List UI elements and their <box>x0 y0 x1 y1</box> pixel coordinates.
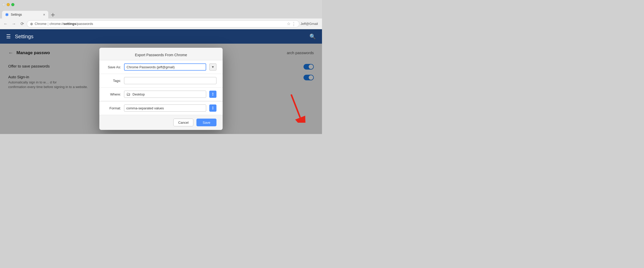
settings-gear-icon <box>5 13 9 16</box>
format-stepper-button[interactable]: ▲ ▼ <box>209 104 216 112</box>
address-field[interactable]: ⊕ Chrome | chrome://settings/passwords ☆… <box>27 20 299 27</box>
settings-page-title: Settings <box>15 34 33 40</box>
tags-input[interactable] <box>124 77 216 84</box>
browser-window: Settings × ← → ⟳ ⊕ Chrome | chrome://set… <box>0 0 322 134</box>
save-as-dropdown-button[interactable]: ▼ <box>209 63 216 71</box>
tab-bar: Settings × <box>0 9 322 18</box>
where-row: Where: 🗂 Desktop ▲ ▼ <box>99 88 223 101</box>
export-dialog: Export Passwords From Chrome Save As: ▼ … <box>99 48 223 130</box>
format-select[interactable]: comma-separated values <box>124 104 206 112</box>
format-label: Format: <box>106 106 121 110</box>
save-button[interactable]: Save <box>196 119 216 126</box>
reload-button[interactable]: ⟳ <box>18 20 26 27</box>
globe-icon: ⊕ <box>30 22 33 26</box>
save-as-label: Save As: <box>106 65 121 69</box>
format-value: comma-separated values <box>126 106 164 110</box>
where-label: Where: <box>106 92 121 96</box>
tab-close-button[interactable]: × <box>43 13 45 16</box>
save-as-row: Save As: ▼ <box>99 60 223 74</box>
maximize-button[interactable] <box>11 3 14 6</box>
address-subpath: /passwords <box>76 22 93 26</box>
address-text: Chrome | chrome://settings/passwords <box>35 22 285 26</box>
where-stepper-button[interactable]: ▲ ▼ <box>209 91 216 98</box>
svg-rect-1 <box>51 15 55 15</box>
address-path: settings <box>63 22 76 26</box>
address-domain: Chrome <box>35 22 46 26</box>
settings-header: ☰ Settings 🔍 <box>0 29 322 44</box>
cancel-button[interactable]: Cancel <box>173 119 193 126</box>
forward-button[interactable]: → <box>10 20 17 27</box>
menu-icon[interactable]: ⋮ <box>291 21 296 27</box>
header-search-icon[interactable]: 🔍 <box>309 33 316 40</box>
address-separator: | <box>48 22 48 26</box>
dialog-body: Save As: ▼ Tags: Where: 🗂 De <box>99 60 223 115</box>
address-actions: ☆ ⋮ <box>287 21 296 27</box>
bookmark-icon[interactable]: ☆ <box>287 21 290 26</box>
address-scheme: chrome:// <box>50 22 63 26</box>
title-bar <box>0 0 322 9</box>
user-label: Jeff@Gmail <box>300 22 318 26</box>
hamburger-icon[interactable]: ☰ <box>6 33 11 40</box>
page-content: ☰ Settings 🔍 ← Manage passwo arch passwo… <box>0 29 322 134</box>
close-button[interactable] <box>2 3 5 6</box>
traffic-lights <box>2 3 14 6</box>
folder-icon: 🗂 <box>126 92 130 97</box>
save-as-input[interactable] <box>124 63 206 71</box>
tab-title: Settings <box>11 13 22 16</box>
address-bar-row: ← → ⟳ ⊕ Chrome | chrome://settings/passw… <box>0 18 322 29</box>
tags-label: Tags: <box>106 79 121 83</box>
where-value: Desktop <box>132 92 145 96</box>
tags-row: Tags: <box>99 74 223 88</box>
minimize-button[interactable] <box>7 3 10 6</box>
settings-body: ← Manage passwo arch passwords Offer to … <box>0 44 322 134</box>
format-row: Format: comma-separated values ▲ ▼ <box>99 101 223 115</box>
back-button[interactable]: ← <box>2 20 9 27</box>
new-tab-button[interactable] <box>49 11 56 18</box>
tab-settings[interactable]: Settings × <box>2 11 48 18</box>
where-select[interactable]: 🗂 Desktop <box>124 91 206 98</box>
dialog-title: Export Passwords From Chrome <box>99 48 223 60</box>
dialog-footer: Cancel Save <box>99 115 223 130</box>
